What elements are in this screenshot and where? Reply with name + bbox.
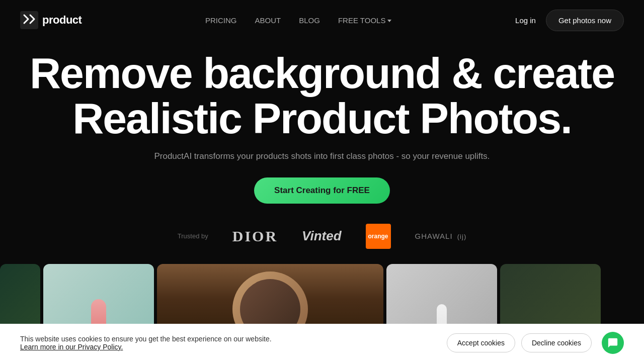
logo-icon xyxy=(20,11,38,29)
privacy-policy-link[interactable]: Learn more in our Privacy Policy. xyxy=(20,343,123,351)
hero-title-line2: Realistic Product Photos. xyxy=(72,94,572,142)
navbar: product PRICING ABOUT BLOG FREE TOOLS Lo… xyxy=(0,0,644,40)
nav-pricing[interactable]: PRICING xyxy=(205,16,237,25)
svg-rect-0 xyxy=(20,11,38,29)
hero-title: Remove background & create Realistic Pro… xyxy=(20,50,624,141)
login-button[interactable]: Log in xyxy=(515,16,536,25)
trusted-label: Trusted by xyxy=(178,232,208,240)
cookie-banner: This website uses cookies to ensure you … xyxy=(0,324,644,362)
decline-cookies-button[interactable]: Decline cookies xyxy=(521,333,592,352)
hero-subtitle: ProductAI transforms your products shots… xyxy=(20,151,624,161)
brand-ghawali: GHAWALI (ij) xyxy=(415,232,467,240)
ghawali-decoration: (ij) xyxy=(457,233,466,240)
get-photos-button[interactable]: Get photos now xyxy=(546,10,624,31)
chat-bubble-button[interactable] xyxy=(602,332,624,354)
trusted-by-section: Trusted by DIOR Vinted orange GHAWALI (i… xyxy=(0,224,644,249)
brand-vinted: Vinted xyxy=(302,228,341,244)
start-creating-button[interactable]: Start Creating for FREE xyxy=(254,177,390,204)
logo-text: product xyxy=(42,14,82,27)
nav-blog[interactable]: BLOG xyxy=(299,16,320,25)
cookie-actions: Accept cookies Decline cookies xyxy=(447,332,624,354)
nav-actions: Log in Get photos now xyxy=(515,10,624,31)
nav-links: PRICING ABOUT BLOG FREE TOOLS xyxy=(205,16,391,25)
nav-about[interactable]: ABOUT xyxy=(255,16,281,25)
hero-title-line1: Remove background & create xyxy=(30,49,614,97)
chat-icon xyxy=(607,337,618,348)
logo[interactable]: product xyxy=(20,11,82,29)
hero-section: Remove background & create Realistic Pro… xyxy=(0,40,644,204)
brand-orange: orange xyxy=(366,224,391,249)
chevron-down-icon xyxy=(387,20,391,22)
nav-free-tools[interactable]: FREE TOOLS xyxy=(338,16,391,25)
brand-dior: DIOR xyxy=(232,228,278,245)
accept-cookies-button[interactable]: Accept cookies xyxy=(447,333,515,352)
cookie-text: This website uses cookies to ensure you … xyxy=(20,335,272,351)
